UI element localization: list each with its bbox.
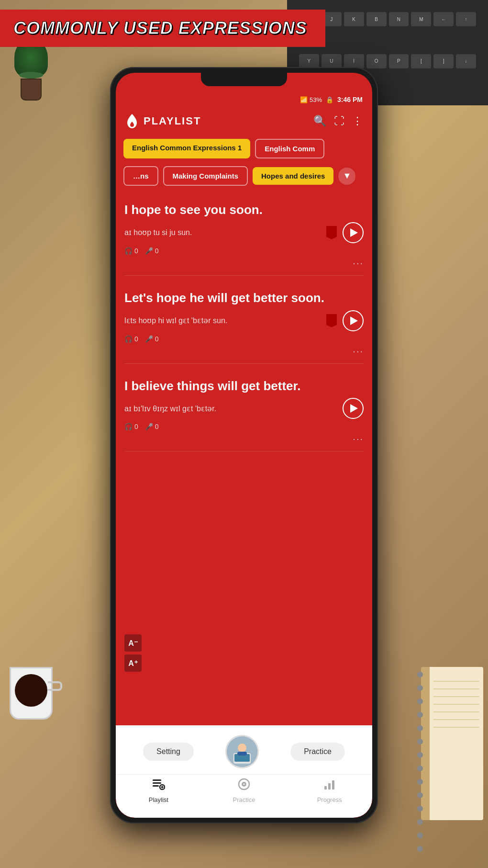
playlist-icon-svg [152,778,165,791]
font-decrease-button[interactable]: A⁻ [124,634,142,652]
phone: 📶 53% 🔒 3:46 PM PLAYLIST 🔍 ⛶ ⋮ [110,67,378,823]
progress-nav-icon [323,778,336,794]
svg-rect-13 [328,783,331,789]
phrase-text-1: I hope to see you soon. [124,202,364,218]
svg-rect-12 [324,786,327,789]
notch [201,73,287,86]
play-button-3[interactable] [343,398,364,419]
svg-point-3 [238,744,246,752]
dropdown-button[interactable]: ▼ [338,168,355,185]
notebook [421,667,483,820]
stats-row-1: 🎧 0 🎤 0 [124,247,364,255]
phrase-phonetic-1: aɪ hoʊp tu si ju sun. [124,228,326,237]
tab-english-comm[interactable]: English Comm [255,139,324,158]
playlist-nav-icon [152,778,165,794]
header-title: PLAYLIST [144,115,201,127]
svg-point-11 [243,783,245,785]
top-banner: COMMONLY USED EXPRESSIONS [0,10,325,47]
key: K [344,12,364,26]
stats-row-3: 🎧 0 🎤 0 [124,423,364,430]
phrase-phonetic-2: lɛts hoʊp hi wɪl gɛt 'bɛtər sun. [124,316,326,325]
tab-making-complaints[interactable]: Making Complaints [163,166,248,186]
svg-rect-14 [332,780,334,789]
phone-screen: 📶 53% 🔒 3:46 PM PLAYLIST 🔍 ⛶ ⋮ [116,73,372,818]
svg-rect-4 [237,752,247,755]
phrase-text-2: Let's hope he will get better soon. [124,290,364,306]
category-tabs-row1: English Common Expressions 1 English Com… [116,135,372,162]
bookmark-icon-2[interactable] [326,314,337,327]
expand-icon[interactable]: ⛶ [334,115,344,127]
key: I [344,54,364,68]
bottom-bar: Setting [116,725,372,818]
key: B [366,12,387,26]
nav-progress[interactable]: Progress [311,778,349,803]
key: ↑ [456,12,476,26]
setting-button[interactable]: Setting [143,743,194,761]
phrase-card-1: I hope to see you soon. aɪ hoʊp tu si ju… [124,195,364,276]
play-button-2[interactable] [343,310,364,331]
phrase-card-3: I believe things will get better. aɪ bɪ'… [124,372,364,452]
search-icon[interactable]: 🔍 [313,115,326,127]
stats-row-2: 🎧 0 🎤 0 [124,335,364,343]
nav-progress-label: Progress [317,796,342,803]
speak-count-1: 0 [155,247,159,255]
headphone-icon-1: 🎧 [124,247,133,255]
tab-english-expressions-1[interactable]: English Common Expressions 1 [123,139,250,158]
key: Y [299,54,319,68]
play-button-1[interactable] [343,222,364,243]
phrase-text-3: I believe things will get better. [124,378,364,395]
app-logo-icon [125,113,139,129]
play-triangle-1 [350,228,358,237]
phrase-card-2: Let's hope he will get better soon. lɛts… [124,283,364,364]
category-tabs-row2: …ns Making Complaints Hopes and desires … [116,162,372,190]
nav-practice-label: Practice [233,796,255,803]
key: P [389,54,409,68]
progress-icon-svg [323,778,336,791]
key: ] [433,54,454,68]
practice-nav-icon [237,778,251,794]
nav-playlist[interactable]: Playlist [139,778,177,803]
nav-practice[interactable]: Practice [225,778,263,803]
key: O [366,54,387,68]
practice-icon-svg [237,778,251,791]
nav-playlist-label: Playlist [149,796,168,803]
bottom-nav: Playlist Practice [116,774,372,806]
speak-count-3: 0 [155,423,159,430]
tab-ellipsis[interactable]: …ns [123,166,158,186]
listen-count-1: 0 [134,247,138,255]
more-options-2[interactable]: ··· [124,346,364,357]
listen-count-3: 0 [134,423,138,430]
key: [ [411,54,431,68]
listen-count-2: 0 [134,335,138,343]
speak-count-2: 0 [155,335,159,343]
play-triangle-3 [350,404,358,413]
avatar-image [227,736,257,767]
svg-rect-6 [153,782,161,784]
phrase-phonetic-3: aɪ bɪ'lɪv θɪŋz wɪl gɛt 'bɛtər. [124,404,343,413]
key: ← [433,12,454,26]
tab-hopes-and-desires[interactable]: Hopes and desires [253,167,333,185]
status-bar: 📶 53% 🔒 3:46 PM [116,92,372,107]
font-size-controls: A⁻ A⁺ [124,634,142,672]
key: N [389,12,409,26]
avatar[interactable] [225,735,259,768]
bottom-actions: Setting [116,731,372,774]
practice-button[interactable]: Practice [290,743,345,761]
more-menu-icon[interactable]: ⋮ [352,115,363,127]
plant [10,38,53,105]
more-options-1[interactable]: ··· [124,258,364,269]
more-options-3[interactable]: ··· [124,433,364,444]
speak-icon-3: 🎤 [145,423,153,430]
speak-icon-1: 🎤 [145,247,153,255]
coffee-cup [10,667,62,734]
avatar-svg [227,736,257,767]
play-triangle-2 [350,316,358,325]
bookmark-icon-1[interactable] [326,226,337,239]
speak-icon-2: 🎤 [145,335,153,343]
content-area: I hope to see you soon. aɪ hoʊp tu si ju… [116,190,372,818]
svg-rect-7 [153,785,159,787]
app-header: PLAYLIST 🔍 ⛶ ⋮ [116,107,372,135]
banner-text: COMMONLY USED EXPRESSIONS [13,18,312,38]
status-time: 3:46 PM [337,96,363,103]
font-increase-button[interactable]: A⁺ [124,654,142,672]
